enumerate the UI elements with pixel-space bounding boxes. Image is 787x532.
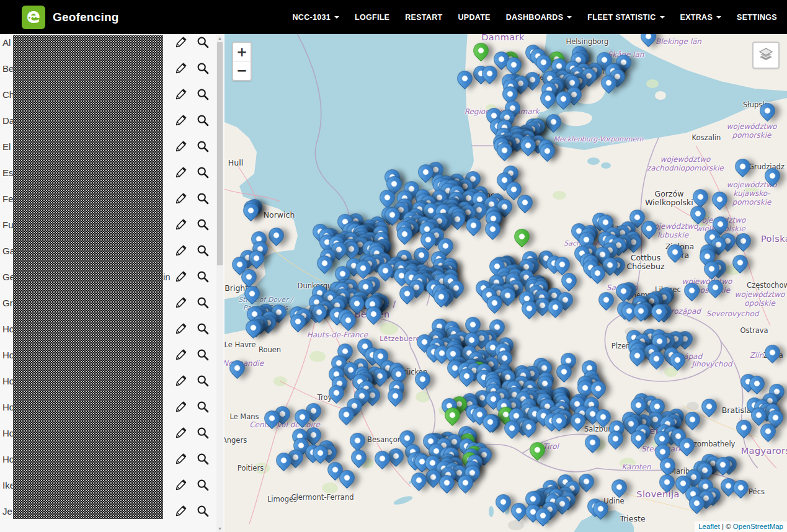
geofence-list-item[interactable]: Je bbox=[0, 498, 225, 524]
geofence-list-item[interactable]: Fu bbox=[0, 211, 225, 237]
zoom-to-geofence-button[interactable] bbox=[195, 451, 211, 467]
geofence-list-item[interactable]: Ga bbox=[0, 237, 225, 264]
geofence-list-item[interactable]: Gr bbox=[0, 290, 225, 316]
geofence-list-item[interactable]: Ho bbox=[0, 446, 225, 472]
blue-map-marker-icon[interactable] bbox=[582, 432, 603, 453]
blue-map-marker-icon[interactable] bbox=[454, 67, 476, 89]
geofence-list-item[interactable]: Ho bbox=[0, 368, 225, 394]
edit-geofence-button[interactable] bbox=[173, 503, 189, 519]
edit-geofence-button[interactable] bbox=[173, 451, 189, 467]
nav-item-fleet-statistic[interactable]: FLEET STATISTIC bbox=[587, 13, 664, 22]
blue-map-marker-icon[interactable] bbox=[265, 224, 287, 246]
blue-map-marker-icon[interactable] bbox=[705, 277, 726, 298]
green-map-marker-icon[interactable] bbox=[469, 40, 491, 61]
zoom-to-geofence-button[interactable] bbox=[195, 503, 211, 519]
green-map-marker-icon[interactable] bbox=[526, 439, 548, 461]
geofence-list-item[interactable]: Ike bbox=[0, 472, 225, 498]
green-map-marker-icon[interactable] bbox=[510, 226, 532, 247]
edit-geofence-button[interactable] bbox=[173, 190, 189, 206]
geofence-list-item[interactable]: Ge in bbox=[0, 264, 225, 290]
edit-geofence-button[interactable] bbox=[173, 242, 189, 259]
blue-map-marker-icon[interactable] bbox=[347, 430, 368, 451]
edit-geofence-button[interactable] bbox=[173, 164, 189, 180]
blue-map-marker-icon[interactable] bbox=[664, 241, 685, 263]
edit-geofence-button[interactable] bbox=[173, 347, 189, 363]
blue-map-marker-icon[interactable] bbox=[595, 289, 616, 311]
blue-map-marker-icon[interactable] bbox=[637, 34, 659, 47]
zoom-to-geofence-button[interactable] bbox=[195, 399, 211, 415]
edit-geofence-button[interactable] bbox=[173, 268, 189, 285]
scroll-down-arrow-icon[interactable]: ▼ bbox=[216, 525, 223, 532]
nav-item-logfile[interactable]: LOGFILE bbox=[355, 13, 389, 22]
sidebar-scrollbar[interactable]: ▲ ▼ bbox=[216, 34, 223, 532]
blue-map-marker-icon[interactable] bbox=[682, 409, 703, 430]
geofence-list-item[interactable]: Be bbox=[0, 55, 225, 81]
geofence-list-item[interactable]: Ho bbox=[0, 316, 225, 342]
zoom-to-geofence-button[interactable] bbox=[195, 60, 211, 76]
blue-map-marker-icon[interactable] bbox=[687, 203, 709, 224]
zoom-to-geofence-button[interactable] bbox=[195, 347, 211, 363]
edit-geofence-button[interactable] bbox=[173, 60, 189, 76]
zoom-to-geofence-button[interactable] bbox=[195, 295, 211, 311]
nav-item-settings[interactable]: SETTINGS bbox=[737, 13, 777, 22]
leaflet-link[interactable]: Leaflet bbox=[698, 523, 720, 530]
blue-map-marker-icon[interactable] bbox=[680, 280, 702, 301]
blue-map-marker-icon[interactable] bbox=[729, 252, 751, 273]
nav-item-update[interactable]: UPDATE bbox=[458, 13, 490, 22]
edit-geofence-button[interactable] bbox=[173, 321, 189, 337]
scroll-up-arrow-icon[interactable]: ▲ bbox=[216, 34, 223, 42]
geofence-list-item[interactable]: Ho bbox=[0, 342, 225, 368]
edit-geofence-button[interactable] bbox=[173, 425, 189, 441]
zoom-to-geofence-button[interactable] bbox=[195, 477, 211, 493]
layers-control[interactable] bbox=[752, 42, 780, 69]
geofence-list-item[interactable]: Es bbox=[0, 159, 225, 185]
edit-geofence-button[interactable] bbox=[173, 34, 189, 50]
edit-geofence-button[interactable] bbox=[173, 216, 189, 233]
blue-map-marker-icon[interactable] bbox=[241, 283, 263, 304]
edit-geofence-button[interactable] bbox=[173, 112, 189, 128]
zoom-to-geofence-button[interactable] bbox=[195, 373, 211, 389]
geofence-list-item[interactable]: Da bbox=[0, 107, 225, 133]
zoom-to-geofence-button[interactable] bbox=[195, 216, 211, 233]
edit-geofence-button[interactable] bbox=[173, 477, 189, 493]
geofence-list-item[interactable]: Ho bbox=[0, 420, 225, 446]
nav-item-extras[interactable]: EXTRAS bbox=[680, 13, 722, 22]
zoom-to-geofence-button[interactable] bbox=[195, 242, 211, 259]
geofence-list-item[interactable]: Fe bbox=[0, 185, 225, 211]
nav-item-restart[interactable]: RESTART bbox=[405, 13, 442, 22]
nav-item-dashboards[interactable]: DASHBOARDS bbox=[506, 13, 572, 22]
geofence-list-item[interactable]: Ho bbox=[0, 394, 225, 420]
geofence-list-item[interactable]: Al bbox=[0, 34, 225, 55]
blue-map-marker-icon[interactable] bbox=[690, 186, 711, 208]
geofence-list-item[interactable]: Ch bbox=[0, 81, 225, 107]
osm-link[interactable]: OpenStreetMap bbox=[733, 523, 783, 530]
zoom-out-button[interactable]: − bbox=[233, 61, 251, 80]
blue-map-marker-icon[interactable] bbox=[733, 417, 755, 438]
blue-map-marker-icon[interactable] bbox=[348, 446, 370, 468]
zoom-to-geofence-button[interactable] bbox=[195, 34, 211, 50]
edit-geofence-button[interactable] bbox=[173, 399, 189, 415]
edit-geofence-button[interactable] bbox=[173, 295, 189, 311]
zoom-to-geofence-button[interactable] bbox=[195, 86, 211, 102]
blue-map-marker-icon[interactable] bbox=[708, 188, 730, 210]
blue-map-marker-icon[interactable] bbox=[756, 100, 778, 122]
blue-map-marker-icon[interactable] bbox=[412, 368, 434, 389]
zoom-in-button[interactable]: + bbox=[233, 43, 251, 61]
zoom-to-geofence-button[interactable] bbox=[195, 425, 211, 441]
zoom-to-geofence-button[interactable] bbox=[195, 321, 211, 337]
geofence-list-item[interactable]: El bbox=[0, 133, 225, 159]
blue-map-marker-icon[interactable] bbox=[761, 165, 783, 187]
zoom-to-geofence-button[interactable] bbox=[195, 164, 211, 180]
zoom-to-geofence-button[interactable] bbox=[195, 190, 211, 206]
zoom-to-geofence-button[interactable] bbox=[195, 138, 211, 154]
blue-map-marker-icon[interactable] bbox=[608, 476, 629, 498]
zoom-to-geofence-button[interactable] bbox=[195, 112, 211, 128]
edit-geofence-button[interactable] bbox=[173, 138, 189, 154]
brand[interactable]: e Geofencing bbox=[22, 6, 119, 29]
blue-map-marker-icon[interactable] bbox=[761, 342, 783, 363]
edit-geofence-button[interactable] bbox=[173, 86, 189, 102]
edit-geofence-button[interactable] bbox=[173, 373, 189, 389]
nav-item-ncc-1031[interactable]: NCC-1031 bbox=[293, 13, 339, 22]
blue-map-marker-icon[interactable] bbox=[731, 156, 753, 177]
blue-map-marker-icon[interactable] bbox=[698, 396, 720, 417]
